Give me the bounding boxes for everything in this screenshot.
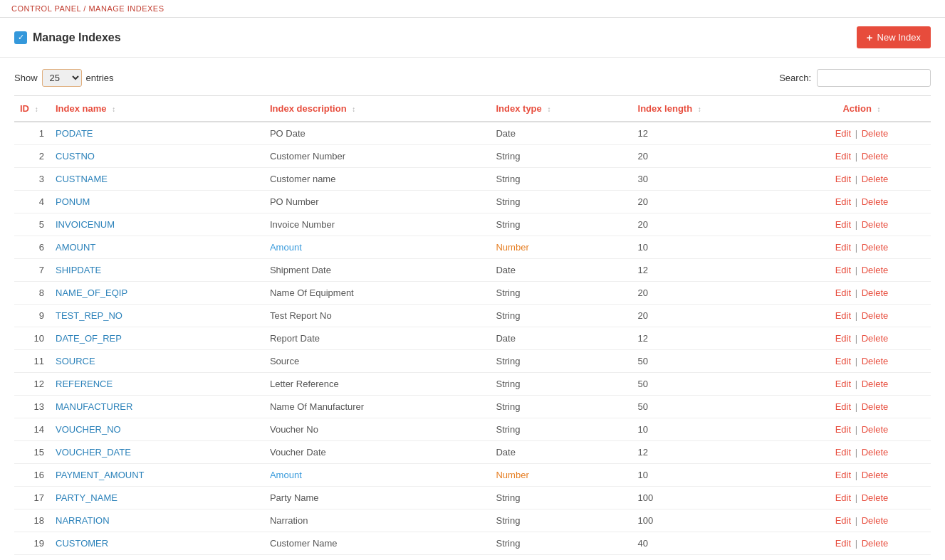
cell-id: 8 xyxy=(14,282,50,305)
cell-type: String xyxy=(490,282,632,305)
table-row: 10DATE_OF_REPReport DateDate12Edit | Del… xyxy=(14,327,931,350)
edit-link[interactable]: Edit xyxy=(835,538,851,549)
delete-link[interactable]: Delete xyxy=(862,219,889,230)
search-label: Search: xyxy=(779,73,811,83)
cell-type: Number xyxy=(490,464,632,487)
edit-link[interactable]: Edit xyxy=(835,379,851,389)
cell-action: Edit | Delete xyxy=(793,122,931,145)
table-row: 20TITLEProject TitleString60Edit | Delet… xyxy=(14,555,931,561)
entries-select[interactable]: 10 25 50 100 xyxy=(42,69,82,87)
delete-link[interactable]: Delete xyxy=(862,424,889,435)
cell-index-name: PAYMENT_AMOUNT xyxy=(50,464,264,487)
delete-link[interactable]: Delete xyxy=(862,356,889,366)
action-separator: | xyxy=(852,174,860,184)
cell-action: Edit | Delete xyxy=(793,396,931,418)
cell-type: String xyxy=(490,487,632,509)
cell-description: Narration xyxy=(264,509,491,532)
edit-link[interactable]: Edit xyxy=(835,265,851,275)
edit-link[interactable]: Edit xyxy=(835,219,851,230)
edit-link[interactable]: Edit xyxy=(835,196,851,207)
action-separator: | xyxy=(852,424,860,435)
cell-description: Voucher Date xyxy=(264,441,491,464)
delete-link[interactable]: Delete xyxy=(862,538,889,549)
edit-link[interactable]: Edit xyxy=(835,174,851,184)
sort-icon-action: ↕ xyxy=(877,105,880,113)
table-row: 11SOURCESourceString50Edit | Delete xyxy=(14,350,931,373)
table-controls: Show 10 25 50 100 entries Search: xyxy=(14,69,931,87)
table-row: 13MANUFACTURERName Of ManufacturerString… xyxy=(14,396,931,418)
cell-id: 20 xyxy=(14,555,50,561)
edit-link[interactable]: Edit xyxy=(835,287,851,298)
page-header: ✓ Manage Indexes + New Index xyxy=(0,18,945,58)
cell-id: 7 xyxy=(14,259,50,282)
cell-length: 40 xyxy=(632,532,793,555)
edit-link[interactable]: Edit xyxy=(835,447,851,458)
cell-length: 20 xyxy=(632,282,793,305)
cell-id: 13 xyxy=(14,396,50,418)
delete-link[interactable]: Delete xyxy=(862,401,889,412)
delete-link[interactable]: Delete xyxy=(862,310,889,321)
cell-index-name: REFERENCE xyxy=(50,373,264,396)
delete-link[interactable]: Delete xyxy=(862,151,889,162)
delete-link[interactable]: Delete xyxy=(862,128,889,139)
table-row: 2CUSTNOCustomer NumberString20Edit | Del… xyxy=(14,145,931,168)
edit-link[interactable]: Edit xyxy=(835,401,851,412)
cell-action: Edit | Delete xyxy=(793,441,931,464)
new-index-button[interactable]: + New Index xyxy=(857,26,931,48)
edit-link[interactable]: Edit xyxy=(835,356,851,366)
col-index-name[interactable]: Index name ↕ xyxy=(50,96,264,122)
action-separator: | xyxy=(852,242,860,253)
cell-description: Party Name xyxy=(264,487,491,509)
cell-id: 16 xyxy=(14,464,50,487)
delete-link[interactable]: Delete xyxy=(862,515,889,526)
cell-description: PO Date xyxy=(264,122,491,145)
col-index-type[interactable]: Index type ↕ xyxy=(490,96,632,122)
delete-link[interactable]: Delete xyxy=(862,265,889,275)
col-id[interactable]: ID ↕ xyxy=(14,96,50,122)
delete-link[interactable]: Delete xyxy=(862,470,889,480)
delete-link[interactable]: Delete xyxy=(862,333,889,344)
edit-link[interactable]: Edit xyxy=(835,492,851,503)
edit-link[interactable]: Edit xyxy=(835,424,851,435)
cell-index-name: AMOUNT xyxy=(50,236,264,259)
sort-icon-name: ↕ xyxy=(112,105,115,113)
cell-type: String xyxy=(490,509,632,532)
cell-id: 17 xyxy=(14,487,50,509)
edit-link[interactable]: Edit xyxy=(835,151,851,162)
cell-type: Date xyxy=(490,327,632,350)
edit-link[interactable]: Edit xyxy=(835,242,851,253)
col-action[interactable]: Action ↕ xyxy=(793,96,931,122)
cell-id: 12 xyxy=(14,373,50,396)
cell-type: String xyxy=(490,213,632,236)
table-row: 18NARRATIONNarrationString100Edit | Dele… xyxy=(14,509,931,532)
col-index-length[interactable]: Index length ↕ xyxy=(632,96,793,122)
cell-index-name: SOURCE xyxy=(50,350,264,373)
delete-link[interactable]: Delete xyxy=(862,174,889,184)
cell-type: String xyxy=(490,305,632,327)
page-title-area: ✓ Manage Indexes xyxy=(14,31,121,44)
cell-id: 15 xyxy=(14,441,50,464)
search-area: Search: xyxy=(779,69,931,87)
cell-action: Edit | Delete xyxy=(793,373,931,396)
edit-link[interactable]: Edit xyxy=(835,515,851,526)
edit-link[interactable]: Edit xyxy=(835,128,851,139)
edit-link[interactable]: Edit xyxy=(835,310,851,321)
delete-link[interactable]: Delete xyxy=(862,242,889,253)
table-row: 15VOUCHER_DATEVoucher DateDate12Edit | D… xyxy=(14,441,931,464)
breadcrumb-part1: CONTROL PANEL xyxy=(11,4,81,13)
col-index-description[interactable]: Index description ↕ xyxy=(264,96,491,122)
delete-link[interactable]: Delete xyxy=(862,287,889,298)
cell-description: Amount xyxy=(264,236,491,259)
delete-link[interactable]: Delete xyxy=(862,492,889,503)
cell-description: Name Of Manufacturer xyxy=(264,396,491,418)
delete-link[interactable]: Delete xyxy=(862,196,889,207)
cell-index-name: CUSTNAME xyxy=(50,168,264,191)
edit-link[interactable]: Edit xyxy=(835,470,851,480)
edit-link[interactable]: Edit xyxy=(835,333,851,344)
search-input[interactable] xyxy=(817,69,931,87)
delete-link[interactable]: Delete xyxy=(862,447,889,458)
delete-link[interactable]: Delete xyxy=(862,379,889,389)
cell-description: Source xyxy=(264,350,491,373)
cell-length: 100 xyxy=(632,509,793,532)
cell-id: 1 xyxy=(14,122,50,145)
